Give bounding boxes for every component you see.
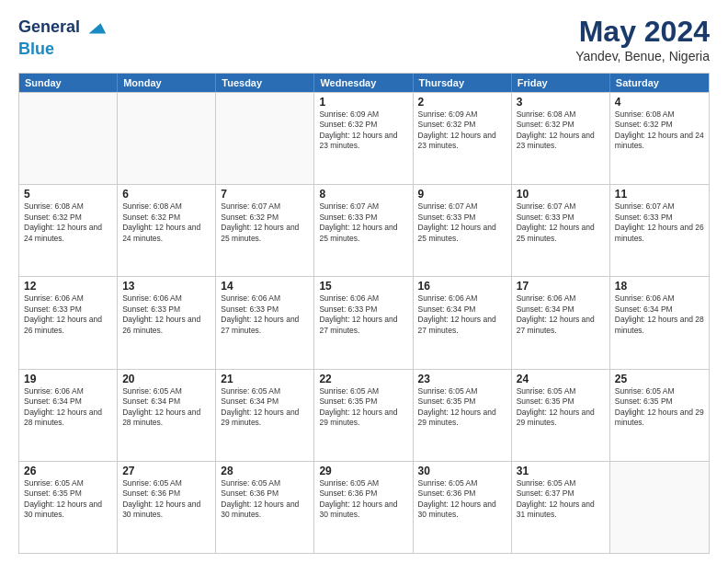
day-info: Sunrise: 6:05 AMSunset: 6:34 PMDaylight:… [122, 386, 210, 429]
calendar-cell-2-6: 18Sunrise: 6:06 AMSunset: 6:34 PMDayligh… [610, 277, 709, 368]
calendar-cell-0-1 [118, 93, 216, 184]
calendar-cell-1-2: 7Sunrise: 6:07 AMSunset: 6:32 PMDaylight… [216, 185, 314, 276]
day-number: 11 [615, 188, 704, 201]
header: General Blue May 2024 Yandev, Benue, Nig… [18, 15, 710, 63]
calendar-cell-0-6: 4Sunrise: 6:08 AMSunset: 6:32 PMDaylight… [610, 93, 709, 184]
calendar-cell-4-1: 27Sunrise: 6:05 AMSunset: 6:36 PMDayligh… [118, 462, 216, 553]
day-info: Sunrise: 6:05 AMSunset: 6:35 PMDaylight:… [24, 478, 112, 521]
day-info: Sunrise: 6:08 AMSunset: 6:32 PMDaylight:… [24, 201, 112, 244]
day-info: Sunrise: 6:07 AMSunset: 6:33 PMDaylight:… [418, 201, 506, 244]
day-number: 4 [615, 96, 704, 109]
calendar-body: 1Sunrise: 6:09 AMSunset: 6:32 PMDaylight… [19, 92, 709, 553]
day-info: Sunrise: 6:06 AMSunset: 6:34 PMDaylight:… [418, 293, 506, 336]
page: General Blue May 2024 Yandev, Benue, Nig… [0, 0, 728, 563]
day-info: Sunrise: 6:05 AMSunset: 6:36 PMDaylight:… [418, 478, 506, 521]
day-info: Sunrise: 6:05 AMSunset: 6:36 PMDaylight:… [122, 478, 210, 521]
day-info: Sunrise: 6:07 AMSunset: 6:33 PMDaylight:… [319, 201, 407, 244]
dow-wednesday: Wednesday [314, 74, 413, 92]
calendar-cell-4-3: 29Sunrise: 6:05 AMSunset: 6:36 PMDayligh… [314, 462, 413, 553]
logo-blue-text: Blue [18, 40, 108, 59]
day-number: 14 [221, 280, 309, 293]
calendar-row-3: 19Sunrise: 6:06 AMSunset: 6:34 PMDayligh… [19, 369, 709, 461]
day-info: Sunrise: 6:07 AMSunset: 6:32 PMDaylight:… [221, 201, 309, 244]
day-info: Sunrise: 6:05 AMSunset: 6:35 PMDaylight:… [319, 386, 407, 429]
calendar-cell-1-1: 6Sunrise: 6:08 AMSunset: 6:32 PMDaylight… [118, 185, 216, 276]
calendar-cell-0-3: 1Sunrise: 6:09 AMSunset: 6:32 PMDaylight… [314, 93, 413, 184]
day-info: Sunrise: 6:05 AMSunset: 6:34 PMDaylight:… [221, 386, 309, 429]
day-number: 29 [319, 465, 407, 477]
day-info: Sunrise: 6:05 AMSunset: 6:36 PMDaylight:… [319, 478, 407, 521]
day-number: 6 [122, 188, 210, 201]
dow-saturday: Saturday [610, 74, 709, 92]
calendar-cell-4-6 [610, 462, 709, 553]
day-number: 16 [418, 280, 506, 293]
calendar-cell-3-2: 21Sunrise: 6:05 AMSunset: 6:34 PMDayligh… [216, 370, 314, 461]
calendar-cell-0-4: 2Sunrise: 6:09 AMSunset: 6:32 PMDaylight… [414, 93, 512, 184]
calendar: Sunday Monday Tuesday Wednesday Thursday… [18, 73, 710, 554]
day-number: 3 [517, 96, 605, 109]
dow-monday: Monday [118, 74, 216, 92]
calendar-cell-3-6: 25Sunrise: 6:05 AMSunset: 6:35 PMDayligh… [610, 370, 709, 461]
calendar-cell-2-5: 17Sunrise: 6:06 AMSunset: 6:34 PMDayligh… [512, 277, 610, 368]
calendar-cell-2-4: 16Sunrise: 6:06 AMSunset: 6:34 PMDayligh… [414, 277, 512, 368]
day-number: 28 [221, 465, 309, 477]
calendar-cell-1-3: 8Sunrise: 6:07 AMSunset: 6:33 PMDaylight… [314, 185, 413, 276]
day-number: 13 [122, 280, 210, 293]
subtitle: Yandev, Benue, Nigeria [575, 49, 710, 63]
day-number: 9 [418, 188, 506, 201]
calendar-header: Sunday Monday Tuesday Wednesday Thursday… [19, 74, 709, 92]
day-info: Sunrise: 6:08 AMSunset: 6:32 PMDaylight:… [615, 109, 704, 152]
day-info: Sunrise: 6:09 AMSunset: 6:32 PMDaylight:… [319, 109, 407, 152]
day-number: 15 [319, 280, 407, 293]
calendar-cell-4-5: 31Sunrise: 6:05 AMSunset: 6:37 PMDayligh… [512, 462, 610, 553]
day-number: 12 [24, 280, 112, 293]
calendar-cell-1-5: 10Sunrise: 6:07 AMSunset: 6:33 PMDayligh… [512, 185, 610, 276]
day-number: 1 [319, 96, 407, 109]
title-area: May 2024 Yandev, Benue, Nigeria [575, 15, 710, 63]
logo-icon [82, 15, 108, 40]
day-info: Sunrise: 6:07 AMSunset: 6:33 PMDaylight:… [517, 201, 605, 244]
day-info: Sunrise: 6:06 AMSunset: 6:33 PMDaylight:… [319, 293, 407, 336]
day-info: Sunrise: 6:06 AMSunset: 6:34 PMDaylight:… [615, 293, 704, 336]
calendar-cell-0-5: 3Sunrise: 6:08 AMSunset: 6:32 PMDaylight… [512, 93, 610, 184]
day-number: 26 [24, 465, 112, 477]
calendar-cell-2-1: 13Sunrise: 6:06 AMSunset: 6:33 PMDayligh… [118, 277, 216, 368]
dow-sunday: Sunday [19, 74, 118, 92]
day-info: Sunrise: 6:06 AMSunset: 6:33 PMDaylight:… [122, 293, 210, 336]
calendar-cell-2-3: 15Sunrise: 6:06 AMSunset: 6:33 PMDayligh… [314, 277, 413, 368]
day-number: 22 [319, 373, 407, 385]
day-info: Sunrise: 6:06 AMSunset: 6:33 PMDaylight:… [221, 293, 309, 336]
calendar-cell-4-2: 28Sunrise: 6:05 AMSunset: 6:36 PMDayligh… [216, 462, 314, 553]
calendar-cell-3-1: 20Sunrise: 6:05 AMSunset: 6:34 PMDayligh… [118, 370, 216, 461]
day-info: Sunrise: 6:05 AMSunset: 6:36 PMDaylight:… [221, 478, 309, 521]
day-info: Sunrise: 6:09 AMSunset: 6:32 PMDaylight:… [418, 109, 506, 152]
logo-text: General [18, 18, 80, 37]
day-info: Sunrise: 6:08 AMSunset: 6:32 PMDaylight:… [517, 109, 605, 152]
calendar-row-0: 1Sunrise: 6:09 AMSunset: 6:32 PMDaylight… [19, 92, 709, 184]
day-number: 2 [418, 96, 506, 109]
calendar-cell-3-3: 22Sunrise: 6:05 AMSunset: 6:35 PMDayligh… [314, 370, 413, 461]
dow-thursday: Thursday [414, 74, 512, 92]
day-number: 20 [122, 373, 210, 385]
day-info: Sunrise: 6:06 AMSunset: 6:34 PMDaylight:… [517, 293, 605, 336]
day-info: Sunrise: 6:05 AMSunset: 6:35 PMDaylight:… [615, 386, 704, 429]
calendar-cell-2-0: 12Sunrise: 6:06 AMSunset: 6:33 PMDayligh… [19, 277, 118, 368]
calendar-cell-4-4: 30Sunrise: 6:05 AMSunset: 6:36 PMDayligh… [414, 462, 512, 553]
day-info: Sunrise: 6:05 AMSunset: 6:37 PMDaylight:… [517, 478, 605, 521]
dow-tuesday: Tuesday [216, 74, 314, 92]
calendar-cell-3-5: 24Sunrise: 6:05 AMSunset: 6:35 PMDayligh… [512, 370, 610, 461]
day-number: 19 [24, 373, 112, 385]
calendar-row-2: 12Sunrise: 6:06 AMSunset: 6:33 PMDayligh… [19, 276, 709, 368]
day-info: Sunrise: 6:05 AMSunset: 6:35 PMDaylight:… [418, 386, 506, 429]
day-info: Sunrise: 6:06 AMSunset: 6:34 PMDaylight:… [24, 386, 112, 429]
calendar-cell-2-2: 14Sunrise: 6:06 AMSunset: 6:33 PMDayligh… [216, 277, 314, 368]
day-number: 8 [319, 188, 407, 201]
day-number: 5 [24, 188, 112, 201]
calendar-cell-1-0: 5Sunrise: 6:08 AMSunset: 6:32 PMDaylight… [19, 185, 118, 276]
day-number: 24 [517, 373, 605, 385]
day-info: Sunrise: 6:06 AMSunset: 6:33 PMDaylight:… [24, 293, 112, 336]
calendar-cell-4-0: 26Sunrise: 6:05 AMSunset: 6:35 PMDayligh… [19, 462, 118, 553]
day-number: 23 [418, 373, 506, 385]
calendar-row-1: 5Sunrise: 6:08 AMSunset: 6:32 PMDaylight… [19, 184, 709, 276]
day-number: 18 [615, 280, 704, 293]
